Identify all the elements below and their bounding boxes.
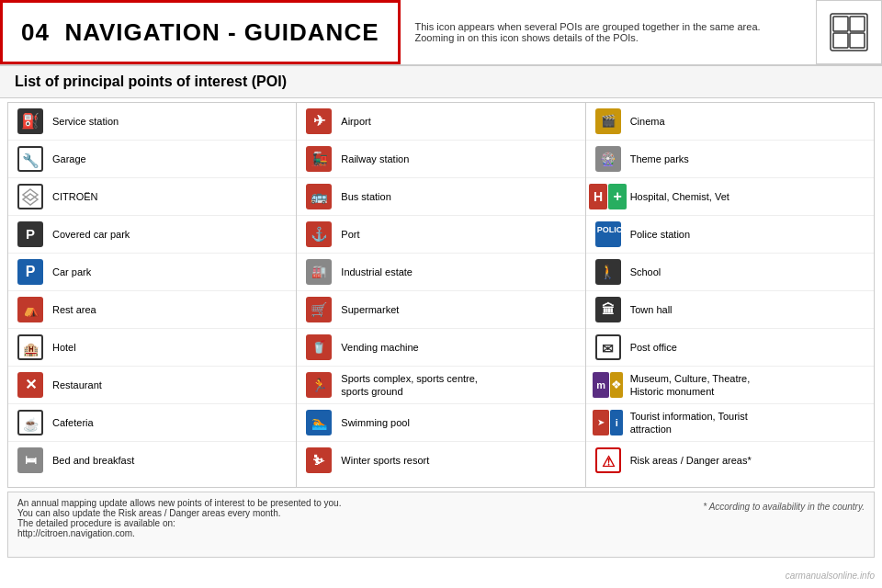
police-station-icon: POLICE [594, 220, 623, 249]
poi-label: Car park [52, 266, 91, 278]
svg-rect-0 [831, 14, 867, 51]
list-item: ✕ Restaurant [8, 367, 296, 404]
poi-label: Supermarket [341, 303, 399, 316]
footer-section: An annual mapping update allows new poin… [7, 492, 875, 558]
bus-station-icon: 🚌 [304, 182, 334, 211]
list-item: 🏭 Industrial estate [297, 254, 584, 291]
poi-column-3: 🎬 Cinema 🎡 Theme parks H + Hospital, Che… [586, 103, 874, 487]
cluster-icon [829, 12, 869, 52]
poi-label: Hotel [52, 341, 76, 354]
poi-label: Sports complex, sports centre,sports gro… [341, 372, 478, 399]
school-icon: 🚶 [594, 257, 623, 287]
svg-rect-4 [850, 33, 865, 48]
cafeteria-icon: ☕ [16, 408, 45, 437]
poi-label: Risk areas / Danger areas* [630, 454, 752, 467]
town-hall-icon: 🏛 [594, 295, 623, 324]
page-header: 04 NAVIGATION - GUIDANCE This icon appea… [0, 0, 882, 66]
list-item: POLICE Police station [586, 216, 874, 254]
footer-line-2: You can also update the Risk areas / Dan… [17, 508, 341, 518]
svg-rect-1 [833, 17, 848, 31]
footer-text: An annual mapping update allows new poin… [17, 498, 341, 538]
post-office-icon: ✉ [594, 333, 623, 362]
poi-label: Town hall [630, 303, 673, 316]
poi-label: Tourist information, Touristattraction [630, 410, 748, 436]
poi-label: Industrial estate [341, 266, 413, 278]
poi-label: Airport [341, 115, 370, 128]
poi-label: Service station [52, 115, 119, 128]
cinema-icon: 🎬 [594, 107, 623, 136]
poi-label: School [630, 266, 662, 278]
garage-icon: 🔧 [16, 144, 45, 174]
poi-label: Winter sports resort [341, 454, 429, 467]
list-item: 🏊 Swimming pool [297, 404, 584, 442]
poi-label: Museum, Culture, Theatre,Historic monume… [630, 372, 751, 399]
poi-label: Garage [52, 153, 86, 165]
poi-label: Cinema [630, 115, 665, 128]
list-item: 🚌 Bus station [297, 178, 584, 216]
svg-rect-3 [833, 33, 848, 48]
list-item: ✉ Post office [586, 329, 874, 367]
list-item: m ❖ Museum, Culture, Theatre,Historic mo… [586, 367, 874, 404]
port-icon: ⚓ [304, 220, 334, 249]
list-item: ⛺ Rest area [8, 291, 296, 329]
poi-label: Hospital, Chemist, Vet [630, 190, 729, 203]
poi-table: ⛽ Service station 🔧 Garage CITROËN P [7, 102, 875, 488]
poi-label: CITROËN [52, 190, 98, 203]
page-title-full: NAVIGATION - GUIDANCE [64, 18, 379, 47]
risk-areas-icon: ⚠ [594, 446, 623, 475]
swimming-pool-icon: 🏊 [304, 408, 334, 437]
hotel-icon: 🏨 [16, 333, 45, 362]
list-item: ➤ i Tourist information, Touristattracti… [586, 404, 874, 442]
header-description: This icon appears when several POIs are … [401, 0, 816, 64]
poi-label: Cafeteria [52, 416, 94, 429]
service-station-icon: ⛽ [16, 107, 45, 136]
page-title: 04 [21, 18, 50, 47]
list-item: ✈ Airport [297, 103, 584, 141]
poi-label: Restaurant [52, 379, 102, 391]
list-item: 🏛 Town hall [586, 291, 874, 329]
list-item: P Covered car park [8, 216, 296, 254]
list-item: 🏨 Hotel [8, 329, 296, 367]
page-title-text [50, 18, 64, 47]
bnb-icon: 🛏 [16, 446, 45, 475]
list-item: ⚠ Risk areas / Danger areas* [586, 442, 874, 479]
list-item: 🛒 Supermarket [297, 291, 584, 329]
poi-label: Swimming pool [341, 416, 410, 429]
poi-label: Port [341, 228, 359, 241]
footer-line-3: The detailed procedure is available on: [17, 518, 341, 528]
rest-area-icon: ⛺ [16, 295, 45, 324]
list-item: ⛷ Winter sports resort [297, 442, 584, 479]
poi-label: Bus station [341, 190, 390, 203]
winter-sports-icon: ⛷ [304, 446, 334, 475]
theme-parks-icon: 🎡 [594, 144, 623, 174]
supermarket-icon: 🛒 [304, 295, 334, 324]
poi-label: Theme parks [630, 153, 689, 165]
chapter-title-box: 04 NAVIGATION - GUIDANCE [0, 0, 401, 64]
section-heading: List of principal points of interest (PO… [0, 66, 882, 98]
citroen-icon [16, 182, 45, 211]
poi-label: Bed and breakfast [52, 454, 134, 467]
vending-machine-icon: 🥤 [304, 333, 334, 362]
list-item: ☕ Cafeteria [8, 404, 296, 442]
list-item: 🚂 Railway station [297, 141, 584, 178]
list-item: 🔧 Garage [8, 141, 296, 178]
railway-station-icon: 🚂 [304, 144, 334, 174]
list-item: 🥤 Vending machine [297, 329, 584, 367]
list-item: 🛏 Bed and breakfast [8, 442, 296, 479]
list-item: ⚓ Port [297, 216, 584, 254]
list-item: 🎡 Theme parks [586, 141, 874, 178]
list-item: CITROËN [8, 178, 296, 216]
footnote: * According to availability in the count… [703, 498, 865, 512]
museum-icon: m ❖ [594, 370, 623, 400]
poi-label: Police station [630, 228, 690, 241]
svg-rect-2 [850, 17, 865, 31]
poi-column-2: ✈ Airport 🚂 Railway station 🚌 Bus statio… [297, 103, 585, 487]
poi-column-1: ⛽ Service station 🔧 Garage CITROËN P [8, 103, 297, 487]
poi-label: Railway station [341, 153, 409, 165]
watermark: carmanualsonline.info [786, 571, 875, 581]
cluster-icon-box [816, 0, 882, 64]
list-item: H + Hospital, Chemist, Vet [586, 178, 874, 216]
list-item: 🚶 School [586, 254, 874, 291]
airport-icon: ✈ [304, 107, 334, 136]
list-item: 🎬 Cinema [586, 103, 874, 141]
